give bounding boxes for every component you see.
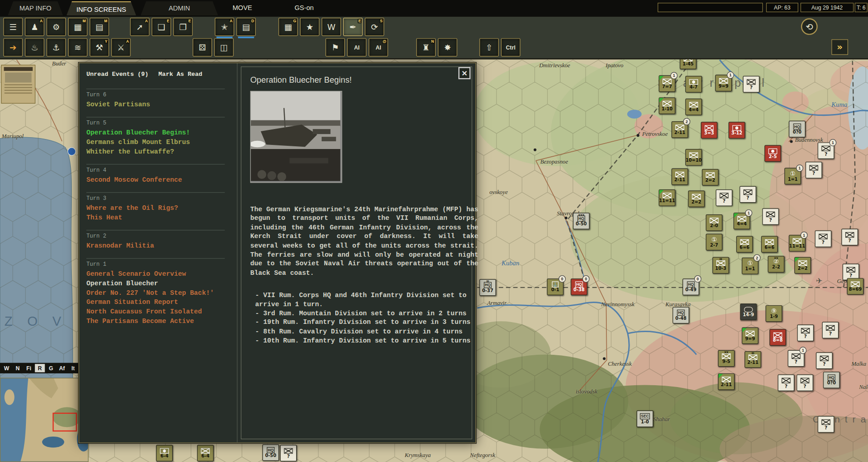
unit-counter[interactable]: 1-10 [659, 98, 675, 114]
unit-counter[interactable]: HQ0-490 [683, 278, 699, 295]
nation-filter-w[interactable]: W [2, 364, 12, 372]
unit-counter[interactable]: ? [816, 353, 833, 369]
unit-counter[interactable]: XX②2-2 [768, 256, 784, 273]
unit-counter[interactable]: ⑨1-9 [766, 305, 783, 322]
nation-filter-it[interactable]: It [68, 364, 78, 372]
unit-counter[interactable]: 6-4 [156, 445, 173, 462]
unit-counter[interactable]: SEC1-0 [637, 411, 654, 427]
unit-counter[interactable]: ⚓0-10 [547, 278, 564, 295]
unit-counter[interactable]: ①2-7 [706, 234, 723, 251]
unit-counter[interactable]: 4-7 [685, 76, 702, 93]
unit-counter[interactable]: ? [815, 230, 832, 247]
event-item[interactable]: Krasnodar Militia [86, 242, 225, 251]
unit-counter[interactable]: ? [743, 76, 760, 93]
unit-counter[interactable]: ?1 [818, 142, 834, 159]
unit-counter[interactable]: 14-9 [740, 303, 757, 320]
wiki-button[interactable]: W [322, 18, 341, 36]
river-transport-button[interactable]: ≋ [68, 38, 88, 56]
unit-counter[interactable]: 8=69 [847, 278, 864, 295]
economy-button[interactable]: ▦G [278, 18, 298, 36]
unit-counter[interactable]: 6-4 [197, 445, 214, 462]
unit-counter[interactable]: 6=6 [761, 236, 778, 253]
supply-button[interactable]: ◫ [214, 38, 234, 56]
nation-filter-n[interactable]: N [13, 364, 23, 372]
calendar-button[interactable]: ▤M [89, 18, 109, 36]
unit-counter[interactable]: ? [716, 189, 733, 206]
move-mode-button[interactable]: ➔ [3, 38, 23, 56]
event-item[interactable]: Whither the Luftwaffe? [86, 147, 225, 157]
event-item[interactable]: German Situation Report [86, 298, 225, 308]
unit-counter[interactable]: 2-112 [671, 121, 688, 138]
unit-counter[interactable]: 7=71 [659, 75, 675, 92]
ai-move-button[interactable]: AI [347, 38, 367, 56]
event-item[interactable]: Operation Bluecher [86, 279, 225, 289]
unit-counter[interactable]: ①1=12 [742, 258, 759, 274]
tab-info-screens[interactable]: INFO SCREENS [66, 1, 136, 15]
unit-counter[interactable]: ? [739, 186, 756, 203]
ai-settings-button[interactable]: AI@ [369, 38, 388, 56]
globe-button[interactable]: ⟲ [801, 18, 818, 35]
tab-admin[interactable]: ADMIN [141, 1, 218, 15]
unit-counter[interactable]: 6=6 [736, 236, 753, 253]
unit-counter[interactable]: 2=2 [702, 169, 719, 186]
unit-counter[interactable]: ? [797, 374, 813, 391]
event-item[interactable]: North Caucasus Front Isolated [86, 308, 225, 317]
nation-filter-fi[interactable]: Fi [24, 364, 34, 372]
medals-button[interactable]: ★ [300, 18, 320, 36]
unit-counter[interactable]: 9=9 [742, 328, 759, 344]
unit-counter[interactable]: 11=111 [789, 235, 806, 252]
unit-counter[interactable]: 2-5 [764, 145, 781, 162]
ledger-button[interactable]: ▤D [236, 18, 256, 36]
event-item[interactable]: Where are the Oil Rigs? [86, 204, 225, 214]
garrison-button[interactable]: ♜N [417, 38, 436, 56]
unit-counter[interactable]: 2-0 [706, 214, 723, 231]
chart-button[interactable]: ✭A [215, 18, 234, 36]
rail-transport-button[interactable]: ♨ [25, 38, 45, 56]
expand-button[interactable]: » [832, 40, 848, 55]
nation-filter-af[interactable]: Af [57, 364, 67, 372]
unit-counter[interactable]: 2-11 [718, 373, 735, 390]
units-roster-button[interactable]: ♟A [25, 18, 45, 36]
unit-counter[interactable]: 2-11 [671, 169, 688, 185]
ctrl-key-button[interactable]: Ctrl [501, 38, 521, 56]
unit-counter[interactable]: ?1 [788, 350, 804, 367]
unit-counter[interactable]: III2-11 [744, 351, 761, 368]
unit-counter[interactable]: 9=91 [715, 75, 732, 92]
orders-log-button[interactable]: ☰ [3, 18, 23, 36]
statistics-button[interactable]: ▦M [68, 18, 88, 36]
signpost-button[interactable]: ⚑ [326, 38, 345, 56]
unit-counter[interactable]: ①1=11 [784, 168, 801, 184]
event-item[interactable]: Germans climb Mount Elbrus [86, 138, 225, 148]
unit-counter[interactable]: 3-12 [729, 122, 745, 139]
unit-counter[interactable]: 11=11 [659, 189, 675, 206]
unit-counter[interactable]: ? [842, 229, 858, 246]
unit-counter[interactable]: XX9-5 [718, 350, 735, 367]
events-screen-button[interactable]: ✒E [343, 18, 363, 36]
unit-counter[interactable]: 2=2 [794, 257, 811, 274]
gs-toggle[interactable]: GS-on [294, 4, 313, 12]
event-item[interactable]: General Scenario Overview [86, 270, 225, 279]
event-item[interactable]: Operation Bluecher Begins! [86, 129, 225, 138]
tab-map-info[interactable]: MAP INFO [8, 1, 63, 15]
unit-counter[interactable]: HQ0-48 [673, 307, 689, 324]
transfer-button[interactable]: ➚A [130, 18, 149, 36]
reload-button[interactable]: ⟳S [365, 18, 384, 36]
unit-counter[interactable]: ? [762, 209, 779, 225]
event-item[interactable]: Order No. 227 'Not a Step Back!' [86, 288, 225, 298]
unit-counter[interactable]: ? [818, 416, 834, 433]
unit-counter[interactable]: 8=8 [769, 329, 786, 346]
event-item[interactable]: Second Moscow Conference [86, 176, 225, 185]
report-button-1[interactable]: ❏E [152, 18, 171, 36]
unit-counter[interactable]: 10=10 [685, 149, 702, 166]
shift-key-button[interactable]: ⇧ [479, 38, 499, 56]
unit-counter[interactable]: 4=4 [685, 99, 702, 115]
unit-counter[interactable]: IIIHQ0-37 [479, 279, 496, 296]
unit-counter[interactable]: 3=3 [701, 122, 718, 139]
report-button-2[interactable]: ❐E [173, 18, 193, 36]
unit-counter[interactable]: XXXHQ0-50 [573, 213, 590, 229]
unit-counter[interactable]: HQ0-50 [263, 444, 279, 461]
dice-button[interactable]: ⚄ [193, 38, 212, 56]
engineer-button[interactable]: ⚒Y [89, 38, 109, 56]
combat-button[interactable]: ✸ [438, 38, 457, 56]
unit-counter[interactable]: ? [822, 322, 839, 338]
